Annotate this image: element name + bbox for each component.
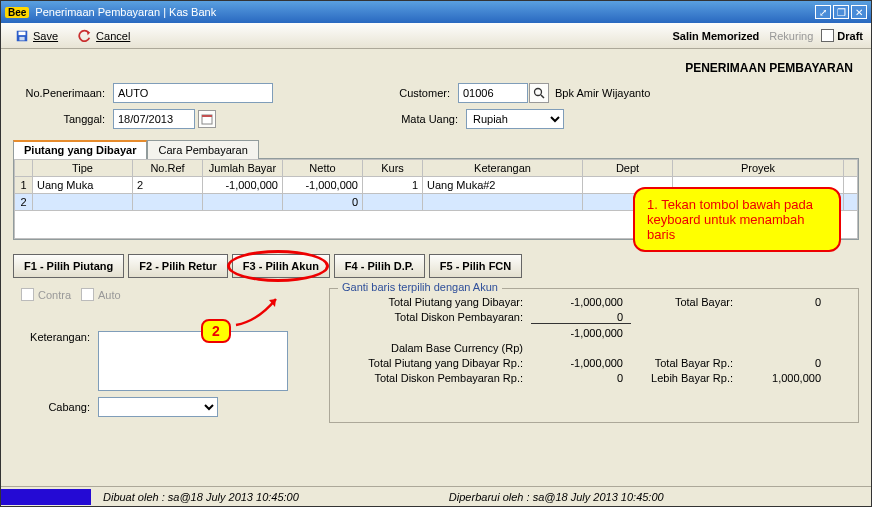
tab-cara-pembayaran[interactable]: Cara Pembayaran [147, 140, 258, 159]
f2-pilih-retur-button[interactable]: F2 - Pilih Retur [128, 254, 228, 278]
svg-point-3 [535, 89, 542, 96]
sum-diskon-label: Total Diskon Pembayaran: [336, 311, 531, 324]
sum-diskon-val: 0 [531, 311, 631, 324]
sum-basecurr-label: Dalam Base Currency (Rp) [336, 342, 531, 354]
cabang-combo[interactable] [98, 397, 218, 417]
sum-lebihbayar-label: Lebih Bayar Rp.: [631, 372, 741, 384]
cabang-label: Cabang: [13, 401, 98, 413]
col-tipe: Tipe [33, 160, 133, 177]
tanggal-field[interactable] [113, 109, 195, 129]
col-dept: Dept [583, 160, 673, 177]
salin-memorized-link[interactable]: Salin Memorized [673, 30, 760, 42]
svg-rect-6 [202, 115, 212, 117]
sum-totalbayar-label: Total Bayar: [631, 296, 741, 308]
sum-lebihbayar-val: 1,000,000 [741, 372, 821, 384]
sum-piutang-val: -1,000,000 [531, 296, 631, 308]
customer-label: Customer: [393, 87, 458, 99]
calendar-button[interactable] [198, 110, 216, 128]
save-label: Save [33, 30, 58, 42]
keterangan-label: Keterangan: [13, 331, 98, 343]
page-title: PENERIMAAN PEMBAYARAN [13, 57, 859, 83]
undo-icon [78, 29, 92, 43]
customer-field[interactable] [458, 83, 528, 103]
sum-diskon-rp-val: 0 [531, 372, 631, 384]
search-icon [533, 87, 545, 99]
col-proyek: Proyek [673, 160, 844, 177]
close-icon[interactable]: ✕ [851, 5, 867, 19]
annotation-callout-1: 1. Tekan tombol bawah pada keyboard untu… [633, 187, 841, 252]
sum-piutang-rp-label: Total Piutang yang Dibayar Rp.: [336, 357, 531, 369]
app-logo: Bee [5, 7, 29, 18]
maximize-icon[interactable]: ❐ [833, 5, 849, 19]
cancel-button[interactable]: Cancel [72, 26, 136, 46]
status-progress [1, 489, 91, 505]
sum-piutang-rp-val: -1,000,000 [531, 357, 631, 369]
toolbar: Save Cancel Salin Memorized Rekuring Dra… [1, 23, 871, 49]
minimize-icon[interactable]: ⤢ [815, 5, 831, 19]
sum-totalbayar-rp-val: 0 [741, 357, 821, 369]
svg-rect-1 [19, 31, 26, 35]
summary-group: Ganti baris terpilih dengan Akun Total P… [329, 288, 859, 423]
cancel-label: Cancel [96, 30, 130, 42]
col-noref: No.Ref [133, 160, 203, 177]
save-icon [15, 29, 29, 43]
status-updated: Diperbarui oleh : sa@18 July 2013 10:45:… [439, 491, 674, 503]
col-ket: Keterangan [423, 160, 583, 177]
tanggal-label: Tanggal: [13, 113, 113, 125]
customer-search-button[interactable] [529, 83, 549, 103]
sum-subtotal-val: -1,000,000 [531, 327, 631, 339]
rekuring-label: Rekuring [769, 30, 813, 42]
col-kurs: Kurs [363, 160, 423, 177]
f1-pilih-piutang-button[interactable]: F1 - Pilih Piutang [13, 254, 124, 278]
tab-piutang[interactable]: Piutang yang Dibayar [13, 140, 147, 159]
contra-checkbox [21, 288, 34, 301]
sum-totalbayar-rp-label: Total Bayar Rp.: [631, 357, 741, 369]
status-bar: Dibuat oleh : sa@18 July 2013 10:45:00 D… [1, 486, 871, 506]
matauang-combo[interactable]: Rupiah [466, 109, 564, 129]
keterangan-textarea[interactable] [98, 331, 288, 391]
auto-checkbox [81, 288, 94, 301]
contra-label: Contra [38, 289, 71, 301]
sum-totalbayar-val: 0 [741, 296, 821, 308]
annotation-callout-2: 2 [201, 319, 231, 343]
sum-diskon-rp-label: Total Diskon Pembayaran Rp.: [336, 372, 531, 384]
status-created: Dibuat oleh : sa@18 July 2013 10:45:00 [93, 491, 309, 503]
matauang-label: Mata Uang: [401, 113, 466, 125]
no-penerimaan-label: No.Penerimaan: [13, 87, 113, 99]
svg-line-4 [541, 95, 544, 98]
auto-label: Auto [98, 289, 121, 301]
col-netto: Netto [283, 160, 363, 177]
calendar-icon [201, 113, 213, 125]
draft-checkbox[interactable] [821, 29, 834, 42]
customer-name: Bpk Amir Wijayanto [555, 87, 650, 99]
f5-pilih-fcn-button[interactable]: F5 - Pilih FCN [429, 254, 523, 278]
svg-rect-2 [19, 36, 24, 40]
group-title: Ganti baris terpilih dengan Akun [338, 281, 502, 293]
f4-pilih-dp-button[interactable]: F4 - Pilih D.P. [334, 254, 425, 278]
window-title: Penerimaan Pembayaran | Kas Bank [35, 6, 813, 18]
save-button[interactable]: Save [9, 26, 64, 46]
draft-label: Draft [837, 30, 863, 42]
no-penerimaan-field[interactable] [113, 83, 273, 103]
f3-pilih-akun-button[interactable]: F3 - Pilih Akun [232, 254, 330, 278]
sum-piutang-label: Total Piutang yang Dibayar: [336, 296, 531, 308]
col-jumlah: Jumlah Bayar [203, 160, 283, 177]
title-bar: Bee Penerimaan Pembayaran | Kas Bank ⤢ ❐… [1, 1, 871, 23]
